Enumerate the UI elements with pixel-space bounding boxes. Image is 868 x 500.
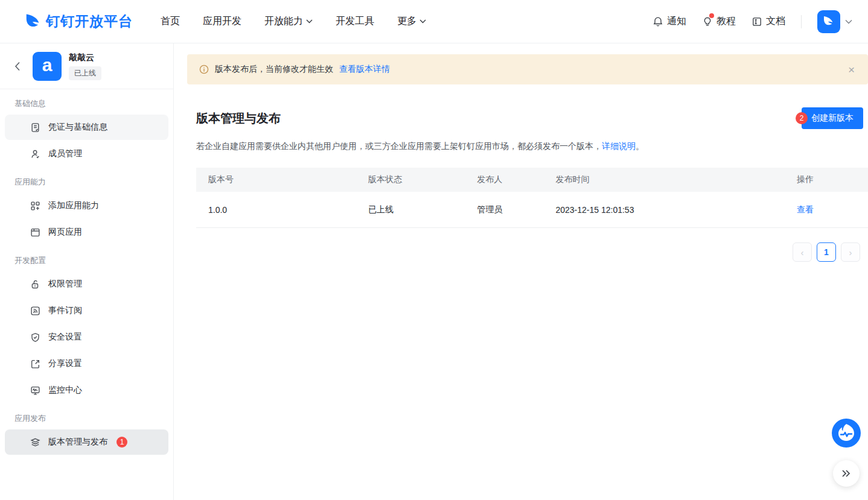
page-title: 版本管理与发布 <box>196 110 281 127</box>
nav-more-label: 更多 <box>397 15 416 28</box>
docs-label: 文档 <box>766 15 785 28</box>
sidebar-item-label: 分享设置 <box>48 358 82 369</box>
notifications-label: 通知 <box>667 15 686 28</box>
share-icon <box>30 359 40 369</box>
sidebar-item-event-subscription[interactable]: 事件订阅 <box>5 298 168 323</box>
nav-more[interactable]: 更多 <box>397 15 426 28</box>
sidebar-unread-badge: 1 <box>116 437 127 448</box>
col-publish-time: 发布时间 <box>555 174 797 185</box>
description-suffix: 。 <box>636 141 644 151</box>
col-publisher: 发布人 <box>477 174 555 185</box>
sidebar-item-share-settings[interactable]: 分享设置 <box>5 351 168 376</box>
webapp-icon <box>30 227 40 238</box>
chevron-down-icon <box>306 19 313 24</box>
customer-service-button[interactable] <box>832 419 861 448</box>
security-shield-icon <box>30 332 40 343</box>
sidebar-item-permissions[interactable]: 权限管理 <box>5 271 168 297</box>
sidebar-item-label: 成员管理 <box>48 148 82 159</box>
pagination-page-1[interactable]: 1 <box>817 242 836 262</box>
bell-icon <box>653 16 663 27</box>
nav-utilities: 通知 教程 文档 <box>653 10 852 33</box>
primary-nav: 首页 应用开发 开放能力 开发工具 更多 <box>161 15 426 28</box>
banner-text: 版本发布后，当前修改才能生效 <box>215 64 333 75</box>
app-logo: a <box>33 52 62 81</box>
sidebar-item-label: 监控中心 <box>48 385 82 396</box>
description-text: 若企业自建应用需要供企业内其他用户使用，或三方企业应用需要上架钉钉应用市场，都必… <box>196 141 602 151</box>
app-status-badge: 已上线 <box>69 66 101 80</box>
versions-layers-icon <box>30 437 40 448</box>
document-book-icon <box>752 16 762 27</box>
dingtalk-logo[interactable]: 钉钉开放平台 <box>24 12 133 31</box>
credential-icon <box>30 122 40 133</box>
sidebar-item-label: 权限管理 <box>48 279 82 290</box>
view-version-link[interactable]: 查看 <box>797 204 868 215</box>
add-capability-icon <box>30 201 40 211</box>
cell-status: 已上线 <box>368 204 477 215</box>
sidebar-item-security[interactable]: 安全设置 <box>5 324 168 350</box>
nav-home[interactable]: 首页 <box>161 15 180 28</box>
create-version-button[interactable]: 2 创建新版本 <box>802 107 863 129</box>
section-title-dev-config: 开发配置 <box>0 246 173 270</box>
monitor-icon <box>30 385 40 396</box>
pagination-next-button[interactable]: › <box>841 242 860 262</box>
app-header: a 敲敲云 已上线 <box>0 43 173 89</box>
app-name: 敲敲云 <box>69 52 101 63</box>
version-panel: 版本管理与发布 2 创建新版本 若企业自建应用需要供企业内其他用户使用，或三方企… <box>174 84 868 262</box>
back-chevron-icon[interactable] <box>11 60 24 73</box>
section-title-basic-info: 基础信息 <box>0 89 173 113</box>
close-icon[interactable]: × <box>848 64 855 75</box>
sidebar-item-label: 网页应用 <box>48 227 82 238</box>
nav-open-capability-label: 开放能力 <box>264 15 303 28</box>
table-row: 1.0.0 已上线 管理员 2023-12-15 12:01:53 查看 <box>196 192 868 228</box>
account-chevron-down-icon[interactable] <box>845 19 852 24</box>
user-avatar[interactable] <box>817 10 840 33</box>
sidebar: a 敲敲云 已上线 基础信息 凭证与基础信息 成员管理 应用能力 添加应用能力 … <box>0 43 174 500</box>
docs-button[interactable]: 文档 <box>752 15 785 28</box>
sidebar-item-label: 事件订阅 <box>48 305 82 316</box>
cell-publish-time: 2023-12-15 12:01:53 <box>555 205 797 215</box>
page-description: 若企业自建应用需要供企业内其他用户使用，或三方企业应用需要上架钉钉应用市场，都必… <box>196 141 868 152</box>
sidebar-item-label: 版本管理与发布 <box>48 437 107 448</box>
title-row: 版本管理与发布 2 创建新版本 <box>196 107 863 129</box>
top-nav: 钉钉开放平台 首页 应用开发 开放能力 开发工具 更多 通知 <box>0 0 868 43</box>
view-version-detail-link[interactable]: 查看版本详情 <box>339 64 390 75</box>
app-meta: 敲敲云 已上线 <box>69 52 101 80</box>
nav-open-capability[interactable]: 开放能力 <box>264 15 313 28</box>
section-title-release: 应用发布 <box>0 404 173 428</box>
permission-lock-icon <box>30 279 40 290</box>
collapse-panel-button[interactable] <box>833 460 860 487</box>
members-icon <box>30 149 40 159</box>
double-chevron-right-icon <box>841 469 851 478</box>
table-header-row: 版本号 版本状态 发布人 发布时间 操作 <box>196 168 868 192</box>
nav-app-dev[interactable]: 应用开发 <box>203 15 241 28</box>
dingtalk-wing-icon <box>24 13 42 31</box>
cell-version: 1.0.0 <box>196 205 368 215</box>
cell-publisher: 管理员 <box>477 204 555 215</box>
sidebar-item-members[interactable]: 成员管理 <box>5 141 168 166</box>
pagination: ‹ 1 › <box>196 242 860 262</box>
sidebar-item-label: 凭证与基础信息 <box>48 122 107 133</box>
chevron-down-icon <box>420 19 426 24</box>
pagination-prev-button[interactable]: ‹ <box>793 242 812 262</box>
main-content: 版本发布后，当前修改才能生效 查看版本详情 × 版本管理与发布 2 创建新版本 … <box>174 43 868 500</box>
create-button-label: 创建新版本 <box>811 113 854 122</box>
sidebar-item-label: 安全设置 <box>48 332 82 343</box>
sidebar-item-version-management[interactable]: 版本管理与发布 1 <box>5 429 168 455</box>
sidebar-item-web-app[interactable]: 网页应用 <box>5 220 168 245</box>
nav-dev-tools[interactable]: 开发工具 <box>336 15 374 28</box>
sidebar-item-add-capability[interactable]: 添加应用能力 <box>5 193 168 218</box>
version-alert-banner: 版本发布后，当前修改才能生效 查看版本详情 × <box>187 54 868 84</box>
create-button-badge: 2 <box>796 112 808 124</box>
tutorial-button[interactable]: 教程 <box>702 15 736 28</box>
tutorial-label: 教程 <box>716 15 736 28</box>
sidebar-item-credentials[interactable]: 凭证与基础信息 <box>5 115 168 140</box>
sidebar-item-label: 添加应用能力 <box>48 200 99 211</box>
sidebar-item-monitor-center[interactable]: 监控中心 <box>5 378 168 403</box>
detail-doc-link[interactable]: 详细说明 <box>602 141 636 151</box>
col-actions: 操作 <box>797 174 868 185</box>
info-circle-icon <box>199 65 209 74</box>
col-status: 版本状态 <box>368 174 477 185</box>
notifications-button[interactable]: 通知 <box>653 15 686 28</box>
divider <box>801 15 802 28</box>
col-version: 版本号 <box>196 174 368 185</box>
